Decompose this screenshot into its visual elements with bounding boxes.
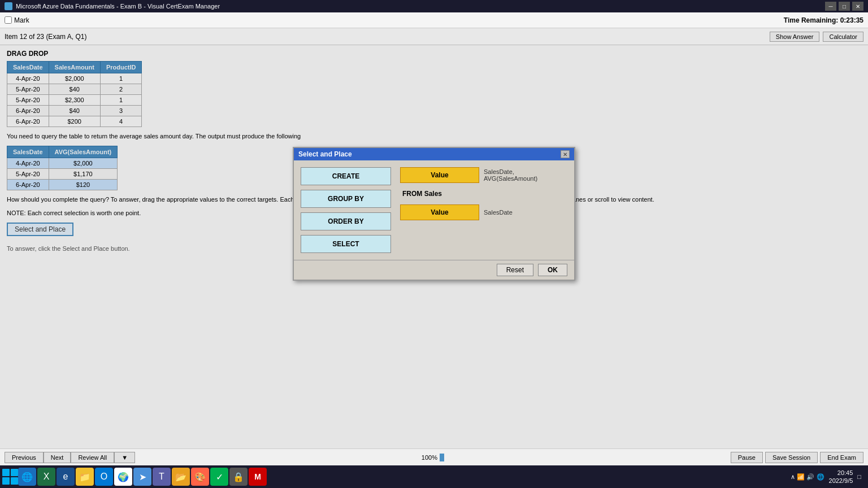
taskbar-icon-folder[interactable]: 📁 — [76, 468, 94, 486]
modal-titlebar: Select and Place ✕ — [294, 148, 574, 160]
reset-button[interactable]: Reset — [497, 264, 533, 276]
window-controls: ─ □ ✕ — [825, 2, 863, 11]
zoom-bar — [440, 454, 444, 461]
zoom-label: 100% — [422, 454, 437, 461]
drop-row-2: Value SalesDate — [400, 204, 567, 220]
titlebar-title: Microsoft Azure Data Fundamentals - Exam… — [16, 3, 220, 10]
taskbar-icon-excel[interactable]: X — [37, 468, 55, 486]
taskbar-icon-check[interactable]: ✓ — [210, 468, 228, 486]
taskbar-icons: 🌐 X e 📁 O 🌍 ➤ T 📂 🎨 ✓ 🔒 M — [18, 468, 786, 486]
modal-title: Select and Place — [298, 150, 352, 158]
drop-value-2[interactable]: Value — [400, 204, 479, 220]
maximize-button[interactable]: □ — [839, 2, 850, 11]
taskbar-icon-outlook[interactable]: O — [95, 468, 113, 486]
option-select[interactable]: SELECT — [301, 235, 391, 253]
modal-close-button[interactable]: ✕ — [561, 150, 570, 158]
titlebar: Microsoft Azure Data Fundamentals - Exam… — [0, 0, 868, 12]
modal-options: CREATE GROUP BY ORDER BY SELECT — [301, 167, 391, 253]
taskbar-icon-ie[interactable]: e — [57, 468, 75, 486]
taskbar-tray: ∧ 📶 🔊 🌐 — [791, 473, 824, 481]
toolbar: Mark Time Remaining: 0:23:35 — [0, 12, 868, 28]
ok-button[interactable]: OK — [538, 264, 567, 276]
modal-overlay: Select and Place ✕ CREATE GROUP BY ORDER… — [0, 45, 868, 448]
taskbar-clock: 20:45 2022/9/5 — [829, 469, 853, 485]
select-place-modal: Select and Place ✕ CREATE GROUP BY ORDER… — [293, 147, 575, 281]
review-all-button[interactable]: Review All — [71, 452, 114, 463]
item-info: Item 12 of 23 (Exam A, Q1) — [5, 33, 86, 41]
time-remaining: Time Remaining: 0:23:35 — [784, 16, 863, 24]
taskbar-icon-arrow[interactable]: ➤ — [133, 468, 151, 486]
taskbar-right: ∧ 📶 🔊 🌐 20:45 2022/9/5 □ — [786, 469, 866, 485]
time-value: 0:23:35 — [840, 16, 863, 24]
taskbar-icon-chrome[interactable]: 🌍 — [114, 468, 132, 486]
header-buttons: Show Answer Calculator — [770, 32, 863, 42]
nav-buttons: Previous Next Review All ▼ — [5, 452, 135, 463]
start-button[interactable] — [2, 469, 18, 485]
modal-footer: Reset OK — [294, 260, 574, 280]
taskbar-icon-vcm[interactable]: M — [249, 468, 267, 486]
right-nav-buttons: Pause Save Session End Exam — [731, 452, 863, 463]
calculator-button[interactable]: Calculator — [823, 32, 863, 42]
taskbar-icon-file-mgr[interactable]: 📂 — [172, 468, 190, 486]
header-bar: Item 12 of 23 (Exam A, Q1) Show Answer C… — [0, 28, 868, 45]
app-icon — [5, 2, 12, 10]
save-session-button[interactable]: Save Session — [765, 452, 818, 463]
main-content: DRAG DROP SalesDate SalesAmount ProductI… — [0, 45, 868, 448]
zoom-info: 100% — [422, 454, 444, 461]
show-answer-button[interactable]: Show Answer — [770, 32, 820, 42]
taskbar-time: 20:45 — [829, 469, 853, 477]
minimize-button[interactable]: ─ — [825, 2, 836, 11]
mark-checkbox[interactable] — [5, 16, 12, 24]
modal-body: CREATE GROUP BY ORDER BY SELECT Value Sa… — [294, 160, 574, 260]
taskbar-show-desktop[interactable]: □ — [857, 473, 861, 480]
modal-drop-area: Value SalesDate,AVG(SalesAmount) FROM Sa… — [400, 167, 567, 253]
taskbar: 🌐 X e 📁 O 🌍 ➤ T 📂 🎨 ✓ 🔒 M ∧ 📶 🔊 🌐 20:45 … — [0, 465, 868, 488]
next-button[interactable]: Next — [44, 452, 71, 463]
taskbar-icon-teams[interactable]: T — [153, 468, 171, 486]
taskbar-icon-lock[interactable]: 🔒 — [229, 468, 248, 486]
taskbar-icon-paint[interactable]: 🎨 — [191, 468, 209, 486]
mark-label: Mark — [14, 16, 29, 24]
pause-button[interactable]: Pause — [731, 452, 763, 463]
option-group-by[interactable]: GROUP BY — [301, 190, 391, 208]
option-order-by[interactable]: ORDER BY — [301, 212, 391, 230]
previous-button[interactable]: Previous — [5, 452, 44, 463]
drop-label-2: SalesDate — [484, 209, 513, 216]
mark-checkbox-container: Mark — [5, 16, 29, 24]
drop-row-1: Value SalesDate,AVG(SalesAmount) — [400, 167, 567, 183]
option-create[interactable]: CREATE — [301, 167, 391, 185]
taskbar-icon-browser[interactable]: 🌐 — [18, 468, 36, 486]
time-label: Time Remaining: — [784, 16, 838, 24]
drop-value-1[interactable]: Value — [400, 167, 479, 183]
taskbar-date: 2022/9/5 — [829, 477, 853, 485]
close-button[interactable]: ✕ — [852, 2, 863, 11]
from-sales: FROM Sales — [400, 188, 567, 200]
drop-label-1: SalesDate,AVG(SalesAmount) — [484, 168, 537, 182]
review-all-arrow[interactable]: ▼ — [114, 452, 135, 463]
end-exam-button[interactable]: End Exam — [820, 452, 863, 463]
bottom-bar: Previous Next Review All ▼ 100% Pause Sa… — [0, 448, 868, 465]
